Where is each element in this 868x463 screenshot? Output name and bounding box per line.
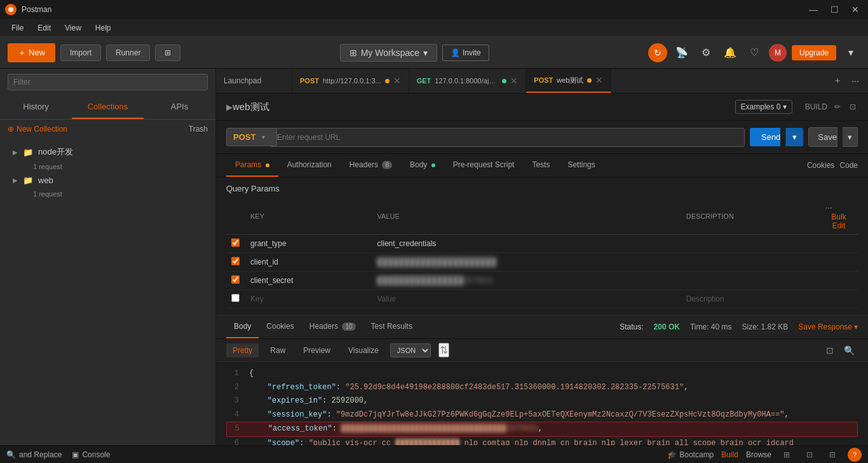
param-key-3[interactable]: client_secret	[245, 272, 372, 290]
param-value-2[interactable]: ██████████████████████	[372, 253, 681, 272]
filter-input[interactable]	[8, 74, 208, 90]
list-item[interactable]: ▶ 📁 web	[0, 170, 215, 190]
param-key-1[interactable]: grant_type	[245, 235, 372, 253]
menu-file[interactable]: File	[5, 22, 30, 34]
minimize-btn[interactable]: —	[805, 4, 822, 15]
param-value-1[interactable]: client_credentials	[372, 235, 681, 253]
format-preview-button[interactable]: Preview	[297, 343, 337, 357]
tab-collections[interactable]: Collections	[72, 95, 144, 119]
user-avatar[interactable]: M	[769, 44, 787, 62]
send-dropdown-button[interactable]: ▾	[785, 128, 803, 146]
satellite-icon[interactable]: 📡	[672, 43, 691, 62]
menu-help[interactable]: Help	[89, 22, 118, 34]
param-desc-3[interactable]	[681, 272, 820, 290]
param-checkbox-1[interactable]	[231, 238, 240, 247]
save-button[interactable]: Save	[808, 127, 837, 147]
format-pretty-button[interactable]: Pretty	[226, 343, 259, 357]
tab-headers[interactable]: Headers 8	[341, 154, 401, 177]
res-tab-test-results[interactable]: Test Results	[363, 315, 420, 338]
copy-icon[interactable]: ⊡	[823, 344, 837, 357]
new-button[interactable]: ＋ New	[8, 43, 55, 62]
build-status-button[interactable]: Build	[721, 450, 738, 459]
format-type-select[interactable]: JSON	[390, 343, 431, 357]
tab-history[interactable]: History	[0, 95, 72, 119]
format-icon-button[interactable]: ⇅	[438, 343, 449, 357]
import-button[interactable]: Import	[60, 45, 101, 61]
format-visualize-button[interactable]: Visualize	[342, 343, 385, 357]
heart-icon[interactable]: ♡	[745, 43, 764, 62]
tab-post-1[interactable]: POST http://127.0.0.1:3... ✕	[292, 69, 409, 93]
param-checkbox-2[interactable]	[231, 257, 240, 265]
cookies-button[interactable]: Cookies	[807, 161, 834, 170]
param-key-placeholder[interactable]: Key	[245, 290, 372, 308]
add-tab-button[interactable]: ＋	[830, 73, 845, 88]
layout-icon-3[interactable]: ⊟	[825, 447, 840, 462]
menu-edit[interactable]: Edit	[31, 22, 57, 34]
close-icon[interactable]: ✕	[393, 76, 401, 86]
menu-view[interactable]: View	[58, 22, 88, 34]
layout-icon-1[interactable]: ⊞	[779, 447, 794, 462]
layout-button[interactable]: ⊞	[155, 45, 180, 61]
res-tab-headers[interactable]: Headers 10	[302, 315, 363, 338]
edit-icon[interactable]: ✏	[832, 100, 843, 113]
save-dropdown-button[interactable]: ▾	[843, 127, 858, 147]
invite-button[interactable]: 👤 Invite	[442, 45, 489, 61]
more-button[interactable]: ···	[825, 202, 832, 212]
body-dot-icon	[431, 163, 435, 167]
code-button[interactable]: Code	[839, 161, 858, 170]
search-icon[interactable]: 🔍	[841, 344, 858, 357]
tab-apis[interactable]: APIs	[144, 95, 215, 119]
search-icon: 🔍	[6, 450, 16, 459]
save-response-button[interactable]: Save Response ▾	[798, 322, 858, 331]
upgrade-chevron[interactable]: ▾	[841, 43, 860, 62]
sync-icon[interactable]: ↻	[648, 43, 667, 62]
param-value-placeholder[interactable]: Value	[372, 290, 681, 308]
url-input[interactable]	[270, 128, 745, 147]
send-button[interactable]: Send	[750, 128, 780, 146]
tab-body[interactable]: Body	[401, 154, 444, 177]
tab-settings[interactable]: Settings	[559, 154, 604, 177]
param-key-2[interactable]: client_id	[245, 253, 372, 272]
method-select[interactable]: POST GET PUT DELETE	[226, 128, 277, 146]
tab-get-1[interactable]: GET 127.0.0.1:8000/aja... ✕	[409, 69, 527, 93]
help-button[interactable]: ?	[848, 448, 862, 462]
tab-pre-request[interactable]: Pre-request Script	[444, 154, 524, 177]
tab-authorization[interactable]: Authorization	[278, 154, 341, 177]
examples-button[interactable]: Examples 0 ▾	[735, 100, 792, 114]
upgrade-button[interactable]: Upgrade	[792, 45, 836, 60]
res-tab-body[interactable]: Body	[226, 315, 259, 338]
runner-button[interactable]: Runner	[106, 45, 150, 61]
find-replace-button[interactable]: 🔍 and Replace	[6, 450, 62, 459]
tab-post-2[interactable]: POST web测试 ✕	[526, 69, 611, 93]
param-value-3[interactable]: ████████████████2575631	[372, 272, 681, 290]
trash-button[interactable]: Trash	[189, 125, 208, 134]
param-checkbox-4[interactable]	[231, 294, 240, 302]
bootcamp-button[interactable]: 🎓 Bootcamp	[667, 450, 714, 459]
format-raw-button[interactable]: Raw	[264, 343, 292, 357]
workspace-button[interactable]: ⊞ My Workspace ▾	[340, 44, 437, 62]
tab-tests[interactable]: Tests	[523, 154, 559, 177]
param-checkbox-3[interactable]	[231, 275, 240, 284]
res-tab-cookies[interactable]: Cookies	[259, 315, 301, 338]
save-icon[interactable]: ⊡	[848, 100, 858, 113]
console-button[interactable]: ▣ Console	[72, 450, 110, 459]
list-item[interactable]: ▶ 📁 node开发	[0, 141, 215, 163]
param-desc-placeholder[interactable]: Description	[681, 290, 820, 308]
tab-launchpad[interactable]: Launchpad	[216, 69, 292, 93]
maximize-btn[interactable]: ☐	[827, 4, 843, 15]
close-icon[interactable]: ✕	[595, 75, 603, 85]
tab-params[interactable]: Params	[226, 154, 278, 177]
more-tabs-button[interactable]: ···	[848, 73, 863, 88]
notification-icon[interactable]: 🔔	[721, 43, 740, 62]
request-name-row: ▶ web测试 Examples 0 ▾ BUILD ✏ ⊡	[216, 93, 868, 121]
browse-button[interactable]: Browse	[746, 450, 771, 459]
layout-icon-2[interactable]: ⊡	[802, 447, 817, 462]
param-desc-2[interactable]	[681, 253, 820, 272]
settings-icon[interactable]: ⚙	[696, 43, 715, 62]
params-dot-icon	[266, 163, 269, 167]
close-icon[interactable]: ✕	[510, 76, 518, 86]
bulk-edit-button[interactable]: Bulk Edit	[825, 212, 853, 230]
close-btn[interactable]: ✕	[848, 4, 863, 15]
new-collection-button[interactable]: ⊕ New Collection	[8, 125, 67, 134]
param-desc-1[interactable]	[681, 235, 820, 253]
